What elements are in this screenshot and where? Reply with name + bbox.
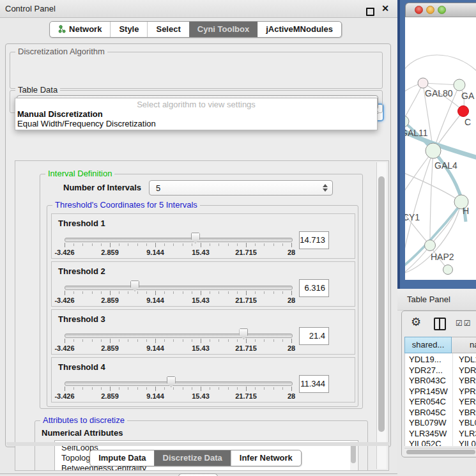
network-node[interactable] (426, 143, 441, 158)
float-window-icon[interactable] (366, 8, 374, 16)
column-header-shared[interactable]: shared... (404, 337, 452, 353)
dropdown-hint: Select algorithm to view settings (15, 98, 377, 109)
slider-tick (146, 291, 147, 294)
slider-tick (155, 387, 156, 391)
threshold-label: Threshold 4 (58, 362, 105, 372)
slider-tick (228, 387, 229, 390)
tab-jactivemnodules[interactable]: jActiveMNodules (257, 22, 341, 37)
slider-tick (255, 291, 256, 294)
slider-tick (219, 387, 219, 390)
zoom-traffic-light-icon[interactable] (438, 6, 446, 14)
apply-button[interactable]: Apply (178, 473, 218, 476)
minimize-traffic-light-icon[interactable] (426, 6, 434, 14)
network-node[interactable] (418, 78, 428, 88)
discretize-panel: Discretization Algorithm Select algorith… (5, 43, 391, 447)
threshold-label: Threshold 1 (58, 219, 105, 228)
tab-infer-network[interactable]: Infer Network (231, 450, 301, 466)
cell-name: YER0 (459, 397, 476, 406)
slider-tick (73, 243, 74, 246)
dropdown-option-manual[interactable]: Manual Discretization (15, 109, 377, 119)
slider-scale-label: -3.426 (42, 296, 87, 304)
slider-tick (164, 291, 165, 294)
table-row[interactable]: YBR043CYBR0 (405, 376, 476, 387)
slider-tick (92, 291, 93, 294)
network-nodes[interactable]: GAL80GACGAL11GAL4GCY1HHAP2 (405, 78, 475, 280)
column-header-name[interactable]: na (452, 337, 476, 353)
table-row[interactable]: YLR345WYLR3 (405, 429, 476, 440)
threshold-1-panel: Threshold 1 14.713 -3.4262.8599.14415.43… (51, 213, 355, 259)
slider-tick (282, 387, 283, 390)
table-hscrollbar[interactable] (404, 448, 476, 456)
table-panel-title: Table Panel (407, 295, 450, 304)
slider-tick (65, 243, 65, 247)
cell-shared-name: YBL079W (409, 418, 447, 427)
settings-scrollbar[interactable] (376, 162, 387, 469)
slider-scale-label: 21.715 (224, 249, 268, 256)
slider-tick (110, 387, 111, 391)
numerical-attributes-label: Numerical Attributes (42, 428, 123, 438)
tab-cyni-toolbox[interactable]: Cyni Toolbox (189, 22, 257, 37)
threshold-value-field[interactable]: 14.713 (299, 231, 329, 249)
tab-select[interactable]: Select (147, 22, 188, 37)
slider-scale-label: 21.715 (224, 344, 268, 352)
table-row[interactable]: YER054CYER0 (405, 397, 476, 408)
slider-tick (183, 291, 183, 294)
network-node[interactable] (425, 240, 436, 251)
slider-scale-label: 9.144 (133, 249, 178, 256)
slider-track[interactable] (65, 334, 293, 338)
network-icon (58, 25, 66, 33)
number-of-intervals-combobox[interactable]: 5 (149, 180, 333, 196)
close-icon[interactable]: ✕ (381, 3, 389, 13)
network-thick-edges (405, 121, 476, 268)
slider-tick (192, 339, 192, 342)
network-node[interactable] (458, 106, 469, 117)
slider-tick (82, 387, 83, 390)
cell-name: YDL1 (459, 355, 476, 364)
settings-scrollbar-thumb[interactable] (378, 176, 385, 432)
slider-tick (237, 339, 238, 342)
slider-tick (210, 339, 210, 342)
slider-tick (65, 339, 65, 343)
slider-tick (183, 387, 183, 390)
slider-track[interactable] (65, 286, 293, 290)
slider-tick (237, 387, 238, 390)
slider-tick (282, 291, 283, 294)
slider-tick (128, 243, 128, 246)
table-row[interactable]: YBR045CYBR0 (405, 408, 476, 418)
network-node[interactable] (443, 265, 453, 275)
columns-icon[interactable] (434, 318, 446, 330)
close-traffic-light-icon[interactable] (415, 6, 423, 14)
bottom-tab-bar: Impute Data Discretize Data Infer Networ… (89, 450, 302, 466)
gear-icon[interactable]: ⚙ (411, 316, 421, 328)
checked-boxes-icon[interactable]: ☑☑ (456, 319, 472, 328)
table-row[interactable]: YPR145WYPR1 (405, 387, 476, 397)
slider-scale-label: 2.859 (88, 296, 132, 304)
table-hscrollbar-thumb[interactable] (406, 450, 475, 454)
slider-tick (237, 243, 238, 246)
slider-track[interactable] (65, 238, 293, 242)
thresholds-group: Threshold's Coordinates for 5 Intervals … (47, 205, 358, 407)
threshold-value-field[interactable]: 11.344 (299, 375, 329, 393)
slider-tick (264, 243, 265, 246)
table-rows[interactable]: YDL19...YDL1YDR27...YDR2YBR043CYBR0YPR14… (404, 353, 476, 446)
threshold-value-field[interactable]: 6.316 (299, 279, 329, 297)
network-canvas[interactable]: GAL80GACGAL11GAL4GCY1HHAP2 (405, 17, 476, 280)
cell-name: YBR0 (459, 376, 476, 385)
tab-label: jActiveMNodules (266, 24, 333, 34)
cell-shared-name: YPR145W (409, 387, 448, 396)
tab-network[interactable]: Network (50, 22, 110, 37)
tab-label: Discretize Data (163, 453, 222, 463)
table-row[interactable]: YDR27...YDR2 (405, 365, 476, 376)
table-row[interactable]: YDL19...YDL1 (405, 355, 476, 365)
tab-label: Style (119, 24, 139, 34)
slider-track[interactable] (65, 381, 293, 386)
thresholds-group-title: Threshold's Coordinates for 5 Intervals (52, 200, 200, 210)
tab-impute-data[interactable]: Impute Data (90, 450, 154, 466)
tab-style[interactable]: Style (110, 22, 147, 37)
table-row[interactable]: YBL079WYBL0 (405, 418, 476, 429)
threshold-value-field[interactable]: 21.4 (299, 327, 329, 345)
table-row[interactable]: YIL052CYIL0 (405, 439, 476, 446)
tab-discretize-data[interactable]: Discretize Data (155, 450, 231, 466)
dropdown-option-equal-width[interactable]: Equal Width/Frequency Discretization (15, 119, 377, 128)
network-node[interactable] (454, 79, 465, 91)
